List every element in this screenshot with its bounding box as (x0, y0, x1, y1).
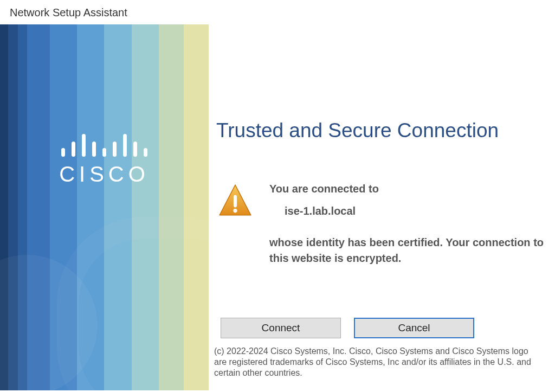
cisco-signal-icon (59, 131, 150, 157)
host-name: ise-1.lab.local (285, 205, 544, 217)
side-banner: CISCO (0, 24, 209, 390)
headline: Trusted and Secure Connection (216, 119, 544, 142)
cancel-button[interactable]: Cancel (354, 318, 474, 338)
info-row: You are connected to ise-1.lab.local who… (217, 183, 544, 266)
connect-button[interactable]: Connect (221, 318, 341, 338)
cisco-logo-text: CISCO (59, 162, 150, 187)
connected-label: You are connected to (269, 183, 544, 195)
content-pane: Trusted and Secure Connection You ar (209, 24, 555, 390)
cisco-logo: CISCO (59, 131, 150, 187)
svg-point-2 (233, 209, 237, 213)
legal-text: (c) 2022-2024 Cisco Systems, Inc. Cisco,… (214, 346, 544, 378)
identity-text: whose identity has been certified. Your … (269, 235, 544, 266)
warning-icon (217, 183, 253, 266)
button-row: Connect Cancel (221, 318, 544, 338)
info-text: You are connected to ise-1.lab.local who… (253, 183, 544, 266)
window-title: Network Setup Assistant (0, 0, 555, 24)
main-container: CISCO Trusted and Secure Connection (0, 24, 555, 390)
svg-rect-1 (234, 195, 237, 208)
